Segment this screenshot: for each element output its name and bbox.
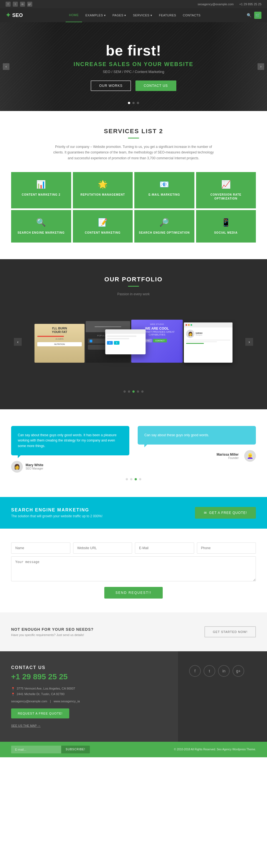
name-input[interactable] (11, 542, 70, 554)
hero-dot-1[interactable] (128, 102, 130, 104)
service-label-4: CONVERSION RATE OPTIMIZATION (200, 193, 252, 200)
facebook-icon[interactable]: f (5, 2, 10, 7)
phone-input[interactable] (197, 542, 256, 554)
footer-website-link[interactable]: www.seoagency_ia (54, 700, 80, 703)
hero-dot-2[interactable] (132, 102, 135, 104)
footer-address-1: 📍 3775 Vermont Ave, Los Angeles, CA 9000… (11, 687, 167, 691)
testimonial-dot-2[interactable] (130, 478, 132, 480)
nav-pages[interactable]: PAGES ▾ (109, 8, 130, 22)
service-label-2: REPUTATION MANAGEMENT (80, 193, 125, 197)
search-icon[interactable]: 🔍 (247, 13, 251, 18)
footer-twitter-btn[interactable]: t (204, 665, 215, 677)
portfolio-grid: ‹ › I'LL BURNYOUR FAT 21 DAYS NUTRITION … (11, 304, 256, 379)
content-icon: 📝 (98, 218, 108, 227)
hero-heading: be first! (106, 42, 161, 59)
seo-icon: 🔎 (159, 218, 169, 227)
request-free-quote-btn[interactable]: REQUEST A FREE QUOTE! (11, 708, 69, 718)
footer-right: f t in g+ (178, 651, 267, 742)
author-1-role: SEO Manager (26, 467, 44, 470)
get-free-quote-btn[interactable]: ✉ GET A FREE QUOTE! (195, 507, 256, 519)
message-textarea[interactable] (11, 556, 256, 581)
nav-contacts[interactable]: CONTACTS (179, 8, 204, 22)
footer-contact: CONTACT US +1 29 895 25 25 📍 3775 Vermon… (0, 651, 267, 742)
nav-services[interactable]: SERVICES ▾ (130, 8, 156, 22)
website-input[interactable] (73, 542, 132, 554)
seo-needs-section: NOT ENOUGH FOR YOUR SEO NEEDS? Have you … (0, 613, 267, 651)
footer-googleplus-btn[interactable]: g+ (233, 665, 244, 677)
portfolio-prev-btn[interactable]: ‹ (14, 338, 22, 346)
services-section: SERVICES LIST 2 Priority of our company … (0, 111, 267, 259)
service-email-marketing[interactable]: 📧 E-MAIL MARKETING (134, 172, 194, 208)
service-seo[interactable]: 🔎 SEARCH ENGINE OPTIMIZATION (134, 210, 194, 243)
testimonial-2-bubble: Can say about these guys only good words… (138, 426, 256, 444)
author-1-name: Mary White (26, 463, 44, 467)
email-input[interactable] (135, 542, 194, 554)
testimonial-dot-3[interactable] (135, 478, 137, 480)
subscribe-btn[interactable]: SUBSCRIBE! (61, 746, 90, 753)
portfolio-item-1[interactable]: I'LL BURNYOUR FAT 21 DAYS NUTRITION (34, 324, 84, 363)
portfolio-item-4[interactable]: 👩 SARAH Designer (184, 322, 233, 363)
testimonial-dot-4[interactable] (139, 478, 141, 480)
hero-next-btn[interactable]: › (258, 63, 264, 70)
testimonial-1-bubble: Can say about these guys only good words… (11, 426, 129, 455)
footer-address-2: 📍 2441 Michelle Dr, Tustin, CA 92780 (11, 692, 167, 696)
address-pin-icon-2: 📍 (11, 693, 15, 696)
reputation-icon: 🌟 (98, 180, 108, 189)
portfolio-divider (128, 286, 139, 287)
testimonials-inner: Can say about these guys only good words… (11, 426, 256, 472)
address-text-1: 3775 Vermont Ave, Los Angeles, CA 90007 (17, 687, 75, 690)
get-started-btn[interactable]: GET STARTED NOW! (205, 626, 256, 638)
services-grid-row1: 📊 CONTENT MARKETING 2 🌟 REPUTATION MANAG… (11, 172, 256, 208)
author-2-role: Founder (217, 457, 239, 460)
service-search-engine-marketing[interactable]: 🔍 SEARCH ENGINE MARKETING (11, 210, 71, 243)
service-content-marketing[interactable]: 📝 CONTENT MARKETING (73, 210, 133, 243)
service-label-5: SEARCH ENGINE MARKETING (18, 231, 65, 235)
testimonials-dots (11, 478, 256, 480)
portfolio-dot-3[interactable] (132, 391, 135, 393)
nav-home[interactable]: HOME (65, 8, 82, 22)
footer-linkedin-btn[interactable]: in (218, 665, 230, 677)
linkedin-icon[interactable]: in (20, 2, 25, 7)
services-divider (128, 137, 139, 138)
portfolio-dot-4[interactable] (137, 391, 139, 393)
content-marketing-2-icon: 📊 (36, 180, 46, 189)
contact-info: seoagency@example.com +1 29 895 25 25 (197, 2, 262, 6)
googleplus-icon[interactable]: g+ (27, 2, 32, 7)
copyright-text: © 2010-2018 All Rights Reserved. Seo Age… (174, 748, 256, 751)
author-2-avatar: 👱‍♀️ (244, 450, 256, 462)
portfolio-dot-2[interactable] (128, 391, 130, 393)
see-map-link[interactable]: SEE US THE MAP → (11, 724, 41, 727)
social-media-icon: 📱 (221, 218, 231, 227)
send-request-btn[interactable]: SEND REQUEST!! (104, 587, 162, 598)
hero-prev-btn[interactable]: ‹ (3, 63, 9, 70)
logo-text: SEO (12, 12, 23, 18)
contact-us-btn[interactable]: CONTACT US (135, 81, 176, 91)
portfolio-mockups: I'LL BURNYOUR FAT 21 DAYS NUTRITION POPU… (11, 310, 256, 363)
address-text-2: 2441 Michelle Dr, Tustin, CA 92780 (17, 692, 64, 696)
quote-btn-label: GET A FREE QUOTE! (209, 511, 247, 515)
cart-icon[interactable]: 🛒 (254, 12, 262, 19)
mock1-title: I'LL BURNYOUR FAT (37, 327, 82, 334)
portfolio-next-btn[interactable]: › (245, 338, 253, 346)
subscribe-input[interactable] (11, 746, 61, 753)
footer-facebook-btn[interactable]: f (189, 665, 201, 677)
testimonials-section: Can say about these guys only good words… (0, 409, 267, 497)
service-label-8: SOCIAL MEDIA (214, 231, 238, 235)
footer-email-link[interactable]: seoagency@example.com (11, 700, 47, 703)
testimonial-dot-1[interactable] (126, 478, 128, 480)
portfolio-dot-1[interactable] (124, 391, 126, 393)
service-social-media[interactable]: 📱 SOCIAL MEDIA (196, 210, 256, 243)
footer-contact-title: CONTACT US (11, 665, 167, 670)
logo[interactable]: ✦ SEO (5, 12, 23, 19)
nav-features[interactable]: FEATURES (156, 8, 179, 22)
service-reputation-management[interactable]: 🌟 REPUTATION MANAGEMENT (73, 172, 133, 208)
service-conversion-rate[interactable]: 📈 CONVERSION RATE OPTIMIZATION (196, 172, 256, 208)
our-works-btn[interactable]: OUR WORKS (91, 81, 131, 91)
nav-examples[interactable]: EXAMPLES ▾ (82, 8, 109, 22)
hero-dot-3[interactable] (137, 102, 139, 104)
author-2-info: Marissa Miller Founder (217, 453, 239, 460)
service-content-marketing-2[interactable]: 📊 CONTENT MARKETING 2 (11, 172, 71, 208)
author-1-info: Mary White SEO Manager (26, 463, 44, 470)
twitter-icon[interactable]: t (13, 2, 18, 7)
portfolio-dot-5[interactable] (141, 391, 143, 393)
